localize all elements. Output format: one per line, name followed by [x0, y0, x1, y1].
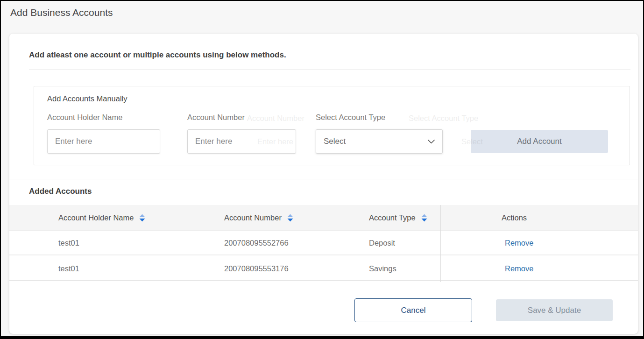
sort-icon[interactable] — [287, 214, 293, 222]
added-accounts-title: Added Accounts — [29, 187, 92, 196]
cell-account-type: Deposit — [369, 231, 395, 255]
chevron-down-icon — [428, 140, 435, 144]
table-row: test01 200708095553176 Savings Remove — [9, 256, 638, 281]
account-number-input[interactable] — [187, 129, 296, 154]
cell-account-holder-name: test01 — [58, 256, 79, 281]
manual-panel-title: Add Accounts Manually — [47, 94, 127, 103]
remove-link[interactable]: Remove — [505, 231, 533, 255]
table-row: test01 200708095552766 Deposit Remove — [9, 231, 638, 255]
sort-icon[interactable] — [139, 214, 145, 222]
actions-column-divider — [440, 205, 441, 282]
cell-account-type: Savings — [369, 256, 396, 281]
add-account-button[interactable]: Add Account — [471, 130, 608, 153]
table-header-row: Account Holder Name Account Number Accou… — [9, 205, 638, 231]
intro-text: Add atleast one account or multiple acco… — [29, 50, 286, 60]
account-number-label: Account Number — [187, 113, 245, 122]
header-account-holder-name[interactable]: Account Holder Name — [58, 205, 145, 231]
account-type-select-value: Select — [324, 137, 346, 146]
cancel-button[interactable]: Cancel — [354, 298, 472, 322]
account-holder-name-input[interactable] — [47, 129, 160, 154]
remove-link[interactable]: Remove — [505, 256, 533, 281]
section-divider — [9, 179, 638, 179]
header-actions: Actions — [502, 205, 527, 231]
header-account-number[interactable]: Account Number — [224, 205, 293, 231]
app-window: Add Business Accounts Add atleast one ac… — [0, 0, 644, 339]
account-type-select[interactable]: Select — [316, 129, 443, 154]
add-accounts-manually-panel: Add Accounts Manually Account Holder Nam… — [34, 86, 630, 165]
account-holder-name-label: Account Holder Name — [47, 113, 122, 122]
add-business-accounts-card: Add atleast one account or multiple acco… — [9, 34, 638, 334]
account-type-label: Select Account Type — [316, 113, 385, 122]
page-title: Add Business Accounts — [10, 7, 113, 18]
save-update-button[interactable]: Save & Update — [496, 299, 613, 321]
sort-icon[interactable] — [421, 214, 427, 222]
header-account-type[interactable]: Account Type — [369, 205, 427, 231]
cell-account-holder-name: test01 — [58, 231, 79, 255]
intro-divider — [29, 70, 630, 70]
cell-account-number: 200708095553176 — [224, 256, 289, 281]
cell-account-number: 200708095552766 — [224, 231, 289, 255]
